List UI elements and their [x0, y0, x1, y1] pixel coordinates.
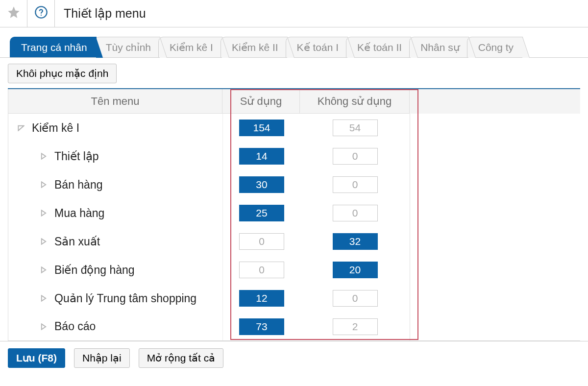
row-label: Biến động hàng — [54, 264, 135, 277]
help-icon — [34, 5, 48, 22]
table-header: Tên menu Sử dụng Không sử dụng — [8, 89, 580, 114]
nouse-count[interactable]: 0 — [333, 205, 378, 221]
tab-company[interactable]: Công ty — [467, 37, 523, 57]
row-label: Báo cáo — [54, 320, 96, 333]
chevron-right-icon[interactable] — [40, 294, 48, 302]
row-label: Mua hàng — [54, 207, 104, 220]
reload-button[interactable]: Nhập lại — [74, 348, 130, 368]
use-count[interactable]: 14 — [239, 148, 284, 165]
tab-inventory-2[interactable]: Kiểm kê II — [220, 37, 288, 57]
row-name-cell[interactable]: Kiểm kê I — [8, 114, 223, 142]
help-button[interactable] — [27, 0, 55, 27]
row-name-cell[interactable]: Mua hàng — [8, 199, 223, 227]
row-label: Sản xuất — [54, 235, 100, 248]
expand-down-icon[interactable] — [17, 124, 25, 132]
tab-accounting-2[interactable]: Kế toán II — [346, 37, 411, 57]
nouse-count[interactable]: 0 — [333, 176, 378, 193]
row-name-cell[interactable]: Bán hàng — [8, 170, 223, 199]
tab-bar: Trang cá nhân Tùy chỉnh Kiểm kê I Kiểm k… — [0, 27, 588, 58]
favorite-toggle[interactable] — [0, 0, 27, 27]
page-title: Thiết lập menu — [55, 0, 588, 27]
save-button[interactable]: Lưu (F8) — [8, 348, 65, 368]
col-header-name: Tên menu — [8, 89, 222, 114]
expand-all-button[interactable]: Mở rộng tất cả — [139, 348, 224, 368]
table-row: Thiết lập 14 0 — [8, 142, 580, 170]
row-name-cell[interactable]: Biến động hàng — [8, 256, 223, 284]
tab-hr[interactable]: Nhân sự — [409, 37, 469, 57]
row-label: Thiết lập — [54, 150, 99, 163]
use-count[interactable]: 0 — [239, 262, 284, 278]
col-header-use: Sử dụng — [222, 89, 300, 114]
nouse-count[interactable]: 20 — [333, 262, 378, 278]
chevron-right-icon[interactable] — [40, 181, 48, 189]
nouse-count[interactable]: 0 — [333, 148, 378, 165]
menu-table: Tên menu Sử dụng Không sử dụng Kiểm kê I… — [8, 88, 580, 341]
row-label: Quản lý Trung tâm shopping — [54, 292, 196, 305]
use-count[interactable]: 73 — [239, 318, 284, 335]
nouse-count[interactable]: 54 — [333, 120, 378, 136]
page-header: Thiết lập menu — [0, 0, 588, 27]
tab-accounting-1[interactable]: Kế toán I — [286, 37, 348, 57]
use-count[interactable]: 12 — [239, 290, 284, 307]
row-name-cell[interactable]: Báo cáo — [8, 313, 223, 340]
toolbar: Khôi phục mặc định — [0, 58, 588, 88]
footer-toolbar: Lưu (F8) Nhập lại Mở rộng tất cả — [0, 341, 588, 375]
tab-personal[interactable]: Trang cá nhân — [10, 37, 97, 57]
row-name-cell[interactable]: Sản xuất — [8, 227, 223, 256]
table-row: Kiểm kê I 154 54 — [8, 114, 580, 142]
chevron-right-icon[interactable] — [40, 266, 48, 274]
col-header-nouse: Không sử dụng — [300, 89, 410, 114]
chevron-right-icon[interactable] — [40, 152, 48, 160]
row-label: Bán hàng — [54, 178, 102, 192]
svg-point-1 — [40, 15, 41, 16]
use-count[interactable]: 25 — [239, 205, 284, 221]
row-label: Kiểm kê I — [32, 121, 79, 135]
chevron-right-icon[interactable] — [40, 323, 48, 331]
nouse-count[interactable]: 2 — [333, 318, 378, 335]
tab-customize[interactable]: Tùy chỉnh — [95, 37, 160, 57]
chevron-right-icon[interactable] — [40, 209, 48, 217]
tab-inventory-1[interactable]: Kiểm kê I — [158, 37, 222, 57]
table-row: Sản xuất 0 32 — [8, 227, 580, 256]
use-count[interactable]: 154 — [239, 120, 284, 136]
row-name-cell[interactable]: Quản lý Trung tâm shopping — [8, 284, 223, 313]
table-row: Biến động hàng 0 20 — [8, 256, 580, 284]
row-name-cell[interactable]: Thiết lập — [8, 142, 223, 170]
nouse-count[interactable]: 0 — [333, 290, 378, 307]
table-row: Bán hàng 30 0 — [8, 170, 580, 199]
use-count[interactable]: 0 — [239, 233, 284, 250]
chevron-right-icon[interactable] — [40, 238, 48, 245]
table-row: Quản lý Trung tâm shopping 12 0 — [8, 284, 580, 313]
star-icon — [7, 5, 21, 22]
table-row: Mua hàng 25 0 — [8, 199, 580, 227]
table-row: Báo cáo 73 2 — [8, 313, 580, 341]
nouse-count[interactable]: 32 — [333, 233, 378, 250]
restore-default-button[interactable]: Khôi phục mặc định — [8, 64, 117, 83]
use-count[interactable]: 30 — [239, 176, 284, 193]
table-body: Kiểm kê I 154 54 Thiết lập 14 0 Bán hàng — [8, 114, 580, 341]
